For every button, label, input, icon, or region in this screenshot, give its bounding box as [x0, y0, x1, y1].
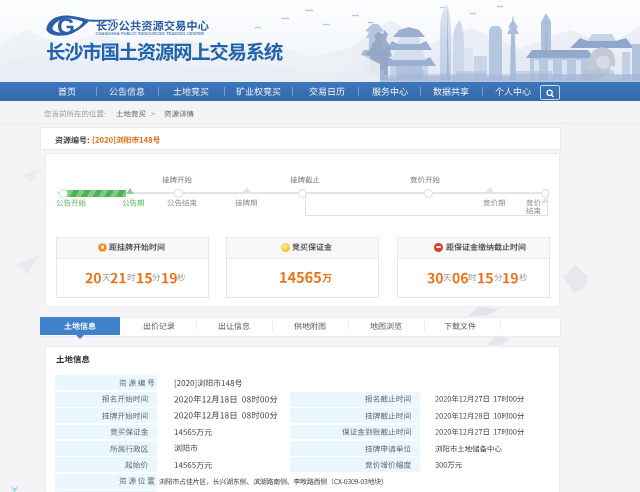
svg-text:CHANGSHA PUBLIC RESOURCES TRAD: CHANGSHA PUBLIC RESOURCES TRADING CENTER [96, 31, 205, 36]
